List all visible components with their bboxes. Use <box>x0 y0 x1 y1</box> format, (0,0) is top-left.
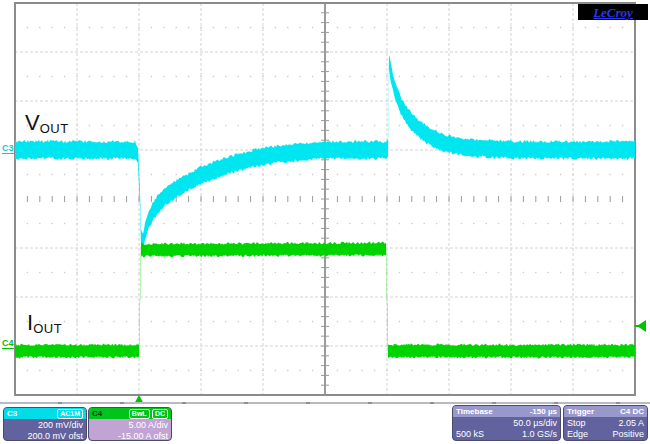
timebase-delay: -150 µs <box>530 406 557 417</box>
timebase-title: Timebase <box>456 406 493 417</box>
c4-label: C4 <box>92 408 102 419</box>
c3-label: C3 <box>7 408 17 419</box>
separator-line <box>0 402 650 404</box>
timebase-samples: 500 kS <box>456 429 484 440</box>
c4-ground-marker[interactable]: C4 <box>2 339 14 349</box>
trigger-title: Trigger <box>567 406 594 417</box>
timebase-per-div: 50.0 µs/div <box>456 418 557 429</box>
c4-offset: -15.00 A ofst <box>92 431 168 441</box>
timebase-descriptor[interactable]: Timebase -150 µs 50.0 µs/div 500 kS 1.0 … <box>452 405 561 441</box>
c4-coupling-badge: DC <box>152 409 168 419</box>
scope-graticule <box>0 0 650 405</box>
c4-amps-per-div: 5.00 A/div <box>92 420 168 431</box>
channel-c3-descriptor[interactable]: C3 AC1M 200 mV/div 200.0 mV ofst <box>3 407 87 441</box>
c3-ground-marker[interactable]: C3 <box>2 144 14 154</box>
vout-annotation: VOUT <box>25 110 69 136</box>
c3-offset: 200.0 mV ofst <box>7 431 83 441</box>
channel-c4-descriptor[interactable]: C4 BwL DC 5.00 A/div -15.00 A ofst <box>88 407 172 441</box>
lecroy-logo: LeCroy <box>578 4 648 20</box>
trigger-source: C4 DC <box>620 406 644 417</box>
trigger-mode: Stop <box>567 418 586 429</box>
timebase-sample-rate: 1.0 GS/s <box>522 429 557 440</box>
c4-bandwidth-badge: BwL <box>129 409 150 419</box>
iout-annotation: IOUT <box>27 310 62 336</box>
trigger-level: 2.05 A <box>618 418 644 429</box>
trigger-kind: Edge <box>567 429 588 440</box>
c3-volts-per-div: 200 mV/div <box>7 420 83 431</box>
c3-coupling-badge: AC1M <box>57 409 83 419</box>
trigger-slope: Positive <box>612 429 644 440</box>
trigger-descriptor[interactable]: Trigger C4 DC Stop 2.05 A Edge Positive <box>563 405 648 441</box>
